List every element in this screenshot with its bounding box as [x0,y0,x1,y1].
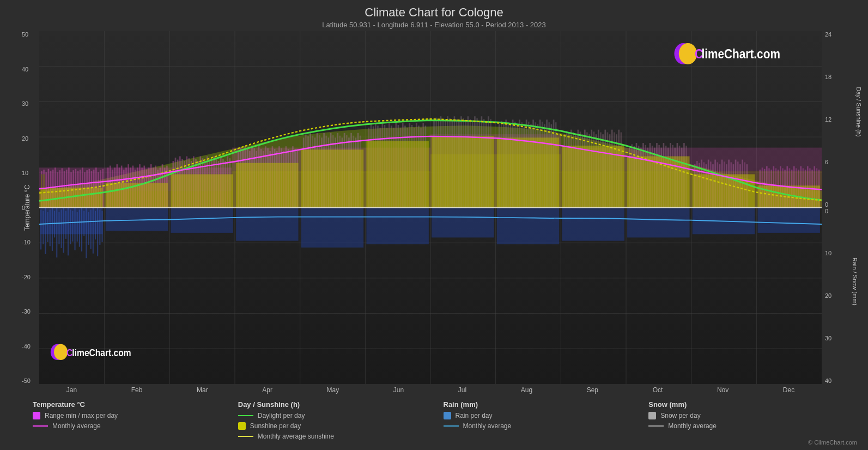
svg-rect-48 [75,208,76,250]
legend-sunshine-title: Day / Sunshine (h) [238,400,441,409]
month-nov: Nov [717,386,729,394]
legend-snow-avg-label: Monthly average [668,422,717,430]
y-tick: 10 [22,170,36,176]
svg-rect-389 [236,163,298,208]
svg-rect-37 [50,209,51,246]
svg-rect-41 [58,212,59,244]
right-tick-top: 18 [825,74,852,80]
svg-rect-57 [95,211,96,239]
svg-rect-29 [562,208,624,241]
right-tick-bottom: 10 [825,250,863,256]
right-axis-label-rain: Rain / Snow (mm) [852,257,858,305]
month-feb: Feb [131,386,143,394]
legend-snow-avg: Monthly average [648,422,852,430]
month-mar: Mar [197,386,208,394]
svg-rect-391 [366,141,428,207]
svg-rect-27 [432,208,494,238]
svg-rect-39 [54,211,55,238]
legend-daylight: Daylight per day [238,412,441,419]
legend-area: Temperature °C Range min / max per day M… [22,396,863,447]
right-tick-bottom: 0 [825,208,863,214]
chart-subtitle: Latitude 50.931 - Longitude 6.911 - Elev… [5,21,863,29]
month-oct: Oct [653,386,663,394]
svg-rect-52 [83,211,84,236]
svg-rect-50 [79,209,80,247]
svg-rect-60 [101,211,102,242]
legend-snow: Snow (mm) Snow per day Monthly average ©… [648,400,852,443]
right-tick-bottom: 30 [825,335,863,341]
copyright: © ClimeChart.com [808,439,857,446]
svg-rect-24 [236,208,298,241]
y-axis-left-label: Temperature °C [23,184,31,230]
legend-temperature: Temperature °C Range min / max per day M… [33,400,236,443]
svg-rect-58 [97,208,98,256]
legend-temp-avg-line [33,425,48,427]
svg-rect-53 [86,208,87,259]
svg-rect-390 [301,149,363,207]
svg-rect-396 [693,174,755,207]
y-axis-right: 24 18 12 6 0 0 10 20 30 40 Day / Sunshin… [822,31,863,384]
y-axis-left: Temperature °C 50 40 30 20 10 0 -10 -20 … [5,31,39,384]
legend-sunshine-avg-line [238,436,253,437]
svg-rect-34 [43,211,44,244]
svg-rect-393 [497,137,559,207]
main-container: Climate Chart for Cologne Latitude 50.93… [0,0,868,450]
legend-snow-title: Snow (mm) [648,400,852,409]
chart-svg: C limeChart.com C limeChart.com [39,31,822,384]
legend-snow-per-day-label: Snow per day [660,412,700,419]
svg-rect-28 [497,208,559,244]
y-tick: 20 [22,135,36,142]
svg-rect-388 [171,174,233,207]
svg-rect-51 [81,208,82,252]
month-apr: Apr [262,386,272,394]
svg-rect-47 [72,211,73,242]
month-jan: Jan [66,386,77,394]
legend-rain-per-day-label: Rain per day [456,412,493,419]
chart-title: Climate Chart for Cologne [5,5,863,20]
svg-rect-32 [757,208,820,233]
legend-rain-avg-label: Monthly average [463,422,512,430]
svg-text:limeChart.com: limeChart.com [701,46,780,61]
legend-temp-range-label: Range min / max per day [45,412,118,419]
right-axis-label-sunshine: Day / Sunshine (h) [855,87,861,137]
legend-rain-avg-line [444,425,459,427]
legend-snow-color [648,412,656,419]
y-tick: -30 [22,308,36,315]
y-tick: -10 [22,239,36,245]
svg-rect-46 [70,209,71,244]
svg-rect-45 [68,208,69,256]
right-tick-top: 6 [825,159,852,165]
y-tick: -50 [22,377,36,384]
y-tick: 30 [22,100,36,107]
legend-temp-avg-label: Monthly average [52,422,101,430]
legend-daylight-line [238,415,253,416]
svg-rect-49 [77,212,78,242]
month-jun: Jun [393,386,404,394]
svg-rect-26 [366,208,428,244]
month-jul: Jul [458,386,466,394]
y-tick: -20 [22,274,36,280]
legend-sunshine: Day / Sunshine (h) Daylight per day Suns… [238,400,441,443]
right-tick-top: 24 [825,31,852,38]
legend-rain-per-day: Rain per day [444,412,647,419]
svg-rect-38 [52,208,53,251]
month-sep: Sep [587,386,598,394]
svg-rect-36 [47,212,48,242]
svg-rect-44 [65,211,66,239]
svg-text:limeChart.com: limeChart.com [72,347,131,358]
svg-rect-23 [171,208,233,233]
svg-rect-33 [40,209,41,249]
svg-rect-43 [63,208,64,253]
x-axis: Jan Feb Mar Apr May Jun Jul Aug Sep Oct … [39,384,822,396]
svg-rect-40 [56,208,57,258]
legend-temp-range-color [33,412,40,419]
right-tick-top: 12 [825,116,852,123]
legend-sunshine-color [238,422,246,430]
right-tick-top: 0 [825,201,852,208]
svg-rect-56 [93,208,94,254]
legend-rain-title: Rain (mm) [444,400,647,409]
chart-header: Climate Chart for Cologne Latitude 50.93… [5,5,863,29]
legend-sunshine-per-day: Sunshine per day [238,422,441,430]
svg-rect-55 [90,209,92,249]
legend-rain: Rain (mm) Rain per day Monthly average [444,400,647,443]
